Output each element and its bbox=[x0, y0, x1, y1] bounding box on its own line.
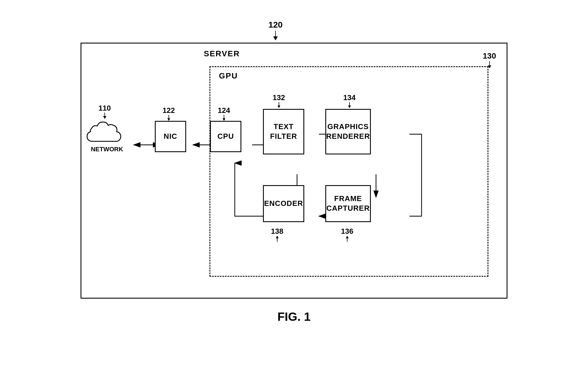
ref-132: 132 bbox=[273, 93, 285, 108]
network-cloud-icon bbox=[84, 116, 130, 150]
gpu-label: GPU bbox=[219, 71, 238, 80]
text-filter-box: TEXT FILTER bbox=[263, 109, 304, 154]
cpu-box: CPU bbox=[210, 121, 241, 152]
figure-caption: FIG. 1 bbox=[277, 310, 311, 324]
ref-130-label: 130 bbox=[483, 51, 496, 68]
server-label: SERVER bbox=[204, 49, 240, 58]
network-label: NETWORK bbox=[91, 146, 123, 153]
frame-capturer-box: FRAME CAPTURER bbox=[325, 185, 371, 222]
encoder-box: ENCODER bbox=[263, 185, 304, 222]
network-component: NETWORK 110 bbox=[83, 115, 131, 154]
nic-box: NIC bbox=[155, 121, 186, 152]
ref-122: 122 bbox=[163, 106, 175, 121]
graphics-renderer-box: GRAPHICS RENDERER bbox=[325, 109, 371, 154]
ref-124: 124 bbox=[218, 106, 230, 121]
ref-110: 110 bbox=[98, 104, 111, 119]
diagram-wrapper: 120 SERVER GPU 130 bbox=[81, 43, 507, 324]
ref-138: 138 bbox=[271, 227, 283, 242]
ref-120-label: 120 bbox=[268, 20, 283, 40]
outer-server-box: SERVER GPU 130 bbox=[81, 43, 507, 299]
ref-134: 134 bbox=[343, 93, 355, 108]
ref-136: 136 bbox=[341, 227, 353, 242]
